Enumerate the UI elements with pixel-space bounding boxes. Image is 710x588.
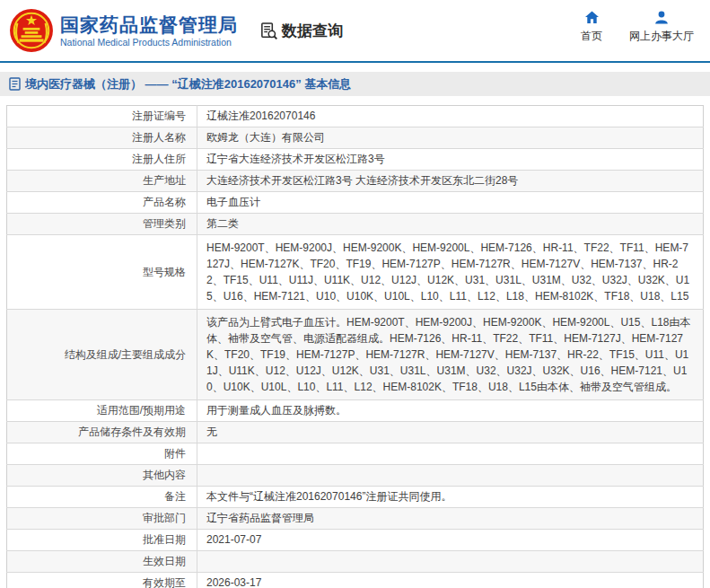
breadcrumb-text: 境内医疗器械（注册） —— “辽械注准20162070146” 基本信息 <box>25 76 351 92</box>
document-search-icon <box>259 22 278 40</box>
row-label: 注册证编号 <box>7 106 197 127</box>
row-label: 备注 <box>7 487 197 508</box>
row-value: 第二类 <box>197 214 704 235</box>
table-row: 适用范围/预期用途 用于测量成人血压及脉搏数。 <box>7 400 704 422</box>
user-icon <box>654 11 669 24</box>
row-value <box>197 465 704 487</box>
row-label: 注册人名称 <box>7 127 197 149</box>
breadcrumb: 境内医疗器械（注册） —— “辽械注准20162070146” 基本信息 <box>0 72 710 96</box>
row-value <box>197 551 704 573</box>
document-icon <box>9 77 21 91</box>
row-label: 其他内容 <box>7 465 197 487</box>
table-row: 其他内容 <box>7 465 704 487</box>
org-name-cn: 国家药品监督管理局 <box>60 13 238 37</box>
top-nav: 首页 网上办事大厅 <box>581 11 694 44</box>
table-row: 审批部门 辽宁省药品监督管理局 <box>7 508 704 530</box>
national-emblem-logo <box>9 8 54 53</box>
row-label: 型号规格 <box>7 235 197 310</box>
row-value: 无 <box>197 422 704 443</box>
row-label: 产品名称 <box>7 192 197 214</box>
nav-home[interactable]: 首页 <box>581 11 602 44</box>
home-icon <box>584 11 600 24</box>
table-row: 生效日期 <box>7 551 704 573</box>
row-value: 用于测量成人血压及脉搏数。 <box>197 400 704 422</box>
table-row: 批准日期 2021-07-07 <box>7 530 704 551</box>
table-row: 产品名称 电子血压计 <box>7 192 704 214</box>
row-value: 电子血压计 <box>197 192 704 214</box>
data-query-tab[interactable]: 数据查询 <box>259 21 343 41</box>
row-label: 附件 <box>7 443 197 465</box>
nav-home-label: 首页 <box>581 29 602 44</box>
table-row: 有效期至 2026-03-17 <box>7 573 704 588</box>
header-divider <box>0 61 710 63</box>
row-value: 2026-03-17 <box>197 573 704 588</box>
table-row: 附件 <box>7 443 704 465</box>
brand-text: 国家药品监督管理局 National Medical Products Admi… <box>60 13 238 48</box>
row-value: 欧姆龙（大连）有限公司 <box>197 127 704 149</box>
top-header: 国家药品监督管理局 National Medical Products Admi… <box>0 0 710 61</box>
brand: 国家药品监督管理局 National Medical Products Admi… <box>9 8 238 53</box>
table-row: 产品储存条件及有效期 无 <box>7 422 704 443</box>
row-value: 大连经济技术开发区松江路3号 大连经济技术开发区东北二街28号 <box>197 171 704 192</box>
table-row: 注册证编号 辽械注准20162070146 <box>7 106 704 127</box>
row-value: 辽械注准20162070146 <box>197 106 704 127</box>
nav-online-hall-label: 网上办事大厅 <box>629 29 694 44</box>
row-value: 本文件与“辽械注准20162070146”注册证共同使用。 <box>197 487 704 508</box>
row-value: 辽宁省大连经济技术开发区松江路3号 <box>197 149 704 171</box>
row-label: 批准日期 <box>7 530 197 551</box>
row-value <box>197 443 704 465</box>
row-value: HEM-9200T、HEM-9200J、HEM-9200K、HEM-9200L、… <box>197 235 704 310</box>
table-row: 注册人名称 欧姆龙（大连）有限公司 <box>7 127 704 149</box>
table-row: 备注 本文件与“辽械注准20162070146”注册证共同使用。 <box>7 487 704 508</box>
row-label: 结构及组成/主要组成成分 <box>7 310 197 400</box>
nav-online-hall[interactable]: 网上办事大厅 <box>629 11 694 44</box>
row-value: 该产品为上臂式电子血压计。HEM-9200T、HEM-9200J、HEM-920… <box>197 310 704 400</box>
row-label: 注册人住所 <box>7 149 197 171</box>
registration-info-table: 注册证编号 辽械注准20162070146 注册人名称 欧姆龙（大连）有限公司 … <box>6 105 704 588</box>
row-label: 审批部门 <box>7 508 197 530</box>
row-value: 2021-07-07 <box>197 530 704 551</box>
table-row: 管理类别 第二类 <box>7 214 704 235</box>
row-label: 生效日期 <box>7 551 197 573</box>
table-row: 生产地址 大连经济技术开发区松江路3号 大连经济技术开发区东北二街28号 <box>7 171 704 192</box>
row-label: 有效期至 <box>7 573 197 588</box>
data-query-label: 数据查询 <box>282 21 343 41</box>
org-name-en: National Medical Products Administration <box>60 37 238 48</box>
table-row: 注册人住所 辽宁省大连经济技术开发区松江路3号 <box>7 149 704 171</box>
row-label: 产品储存条件及有效期 <box>7 422 197 443</box>
table-row: 结构及组成/主要组成成分 该产品为上臂式电子血压计。HEM-9200T、HEM-… <box>7 310 704 400</box>
row-value: 辽宁省药品监督管理局 <box>197 508 704 530</box>
row-label: 管理类别 <box>7 214 197 235</box>
row-label: 生产地址 <box>7 171 197 192</box>
row-label: 适用范围/预期用途 <box>7 400 197 422</box>
table-row: 型号规格 HEM-9200T、HEM-9200J、HEM-9200K、HEM-9… <box>7 235 704 310</box>
